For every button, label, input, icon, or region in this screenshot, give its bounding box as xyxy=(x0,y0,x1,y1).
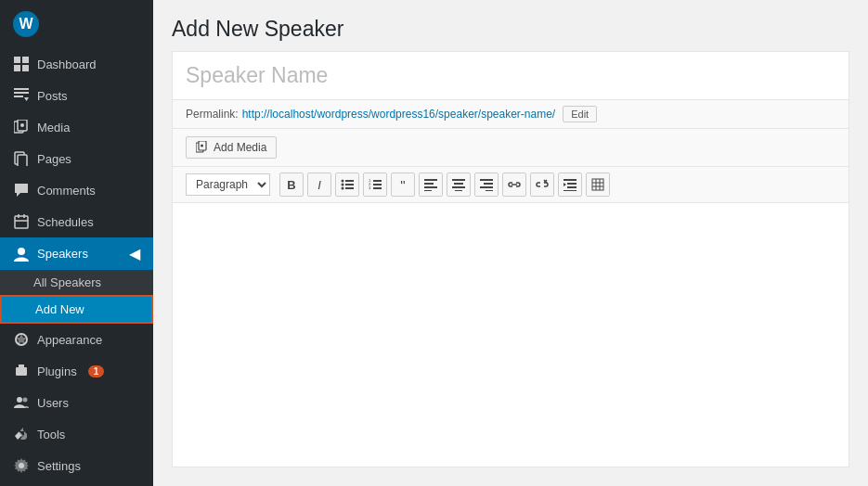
paragraph-select[interactable]: Paragraph xyxy=(186,173,270,196)
sidebar-item-label: Schedules xyxy=(37,215,94,229)
svg-point-16 xyxy=(18,248,25,255)
unordered-list-button[interactable] xyxy=(335,173,359,197)
bold-button[interactable]: B xyxy=(279,173,304,197)
svg-rect-56 xyxy=(567,183,577,185)
italic-button[interactable]: I xyxy=(307,173,331,197)
svg-rect-55 xyxy=(564,179,577,181)
sidebar-item-schedules[interactable]: Schedules xyxy=(0,206,153,237)
svg-rect-31 xyxy=(345,184,354,185)
permalink-edit-button[interactable]: Edit xyxy=(563,106,597,122)
svg-rect-29 xyxy=(345,180,354,182)
sidebar-item-settings[interactable]: Settings xyxy=(0,450,153,481)
svg-rect-20 xyxy=(21,364,24,368)
speakers-arrow-icon: ◀ xyxy=(129,245,140,262)
sidebar-item-speakers[interactable]: Speakers ◀ xyxy=(0,237,153,270)
settings-icon xyxy=(13,457,30,474)
sidebar-item-comments[interactable]: Comments xyxy=(0,174,153,206)
tools-icon xyxy=(13,426,30,442)
add-media-icon xyxy=(196,141,209,154)
dashboard-icon xyxy=(13,56,30,72)
appearance-icon xyxy=(13,331,30,348)
speakers-icon xyxy=(13,246,30,262)
svg-rect-43 xyxy=(424,190,432,191)
sidebar-submenu-add-new[interactable]: Add New xyxy=(0,295,153,324)
pages-icon xyxy=(13,150,30,167)
svg-text:3.: 3. xyxy=(369,185,371,190)
sidebar: W Dashboard Posts Media Pages Comments xyxy=(0,0,153,486)
svg-rect-2 xyxy=(14,65,20,71)
sidebar-item-posts[interactable]: Posts xyxy=(0,80,153,111)
svg-rect-37 xyxy=(373,184,382,185)
editor-body[interactable] xyxy=(173,203,849,389)
sidebar-submenu-all-speakers[interactable]: All Speakers xyxy=(0,270,153,295)
permalink-bar: Permalink: http://localhost/wordpress/wo… xyxy=(173,100,849,129)
svg-point-32 xyxy=(342,187,344,190)
sidebar-item-label: Dashboard xyxy=(37,58,97,71)
insert-link-button[interactable] xyxy=(502,173,526,197)
svg-rect-6 xyxy=(14,96,23,97)
svg-rect-44 xyxy=(452,179,465,181)
svg-point-22 xyxy=(23,398,28,403)
svg-rect-4 xyxy=(14,88,29,90)
sidebar-item-plugins[interactable]: Plugins 1 xyxy=(0,355,153,387)
remove-link-button[interactable] xyxy=(530,173,554,197)
sidebar-item-appearance[interactable]: Appearance xyxy=(0,324,153,355)
svg-rect-5 xyxy=(14,92,29,94)
sidebar-item-dashboard[interactable]: Dashboard xyxy=(0,48,153,80)
sidebar-logo: W xyxy=(0,0,153,48)
align-center-button[interactable] xyxy=(447,173,471,197)
plugins-badge: 1 xyxy=(88,365,105,377)
svg-point-28 xyxy=(342,180,344,183)
permalink-label: Permalink: xyxy=(186,108,239,121)
svg-rect-58 xyxy=(564,190,577,191)
table-button[interactable] xyxy=(586,173,610,197)
media-icon xyxy=(13,119,30,135)
svg-rect-50 xyxy=(480,186,493,188)
sidebar-item-label: Plugins xyxy=(37,364,77,378)
sidebar-item-label: Media xyxy=(37,121,70,134)
sidebar-item-tools[interactable]: Tools xyxy=(0,418,153,450)
add-media-label: Add Media xyxy=(214,141,266,154)
svg-point-30 xyxy=(342,184,344,186)
sidebar-item-users[interactable]: Users xyxy=(0,387,153,418)
sidebar-item-pages[interactable]: Pages xyxy=(0,143,153,174)
sidebar-item-label: Posts xyxy=(37,89,68,103)
svg-rect-1 xyxy=(22,57,29,63)
permalink-url[interactable]: http://localhost/wordpress/wordpress16/s… xyxy=(242,108,556,121)
svg-rect-57 xyxy=(567,186,577,188)
blockquote-button[interactable]: " xyxy=(391,173,415,197)
svg-rect-40 xyxy=(424,179,437,181)
svg-rect-19 xyxy=(19,364,21,368)
svg-rect-11 xyxy=(18,155,27,166)
svg-rect-0 xyxy=(14,57,20,63)
ordered-list-button[interactable]: 1.2.3. xyxy=(363,173,387,197)
comments-icon xyxy=(13,182,30,198)
svg-point-27 xyxy=(201,145,203,147)
align-right-button[interactable] xyxy=(474,173,499,197)
svg-rect-39 xyxy=(373,187,382,189)
svg-rect-33 xyxy=(345,187,354,189)
speakers-submenu: All Speakers Add New xyxy=(0,270,153,324)
main-content: Add New Speaker Permalink: http://localh… xyxy=(153,0,868,486)
svg-rect-3 xyxy=(22,65,29,71)
align-left-button[interactable] xyxy=(419,173,443,197)
svg-rect-48 xyxy=(480,179,493,181)
svg-point-21 xyxy=(17,397,22,403)
add-media-button[interactable]: Add Media xyxy=(186,136,277,159)
svg-rect-12 xyxy=(15,216,28,228)
sidebar-item-label: Settings xyxy=(37,459,81,473)
editor-toolbar: Paragraph B I 1.2.3. " xyxy=(173,167,849,203)
svg-rect-46 xyxy=(452,186,465,188)
posts-icon xyxy=(13,87,30,104)
svg-rect-51 xyxy=(486,190,493,191)
sidebar-item-label: Users xyxy=(37,396,69,410)
content-area: Permalink: http://localhost/wordpress/wo… xyxy=(172,51,849,467)
svg-rect-49 xyxy=(484,183,493,185)
svg-rect-41 xyxy=(424,183,434,185)
sidebar-item-media[interactable]: Media xyxy=(0,111,153,143)
users-icon xyxy=(13,394,30,411)
speaker-name-input[interactable] xyxy=(173,52,849,100)
svg-rect-18 xyxy=(16,367,27,376)
indent-button[interactable] xyxy=(558,173,582,197)
add-media-bar: Add Media xyxy=(173,129,849,167)
